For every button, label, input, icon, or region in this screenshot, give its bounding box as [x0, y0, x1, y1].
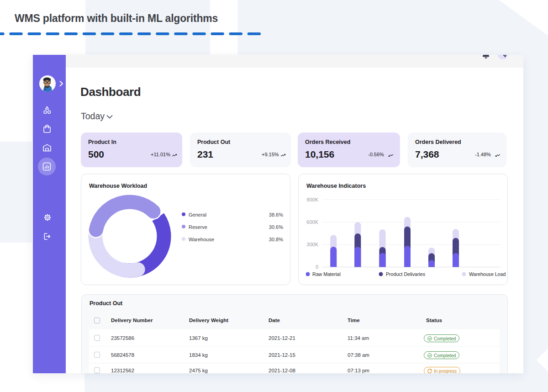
- svg-text:600K: 600K: [306, 219, 318, 225]
- svg-text:Product Delivaries: Product Delivaries: [386, 271, 425, 277]
- svg-text:900K: 900K: [306, 197, 318, 202]
- svg-text:Raw Material: Raw Material: [312, 271, 341, 277]
- svg-text:Warehouse Load: Warehouse Load: [469, 271, 506, 277]
- svg-text:300K: 300K: [306, 242, 318, 247]
- svg-text:0: 0: [316, 264, 318, 270]
